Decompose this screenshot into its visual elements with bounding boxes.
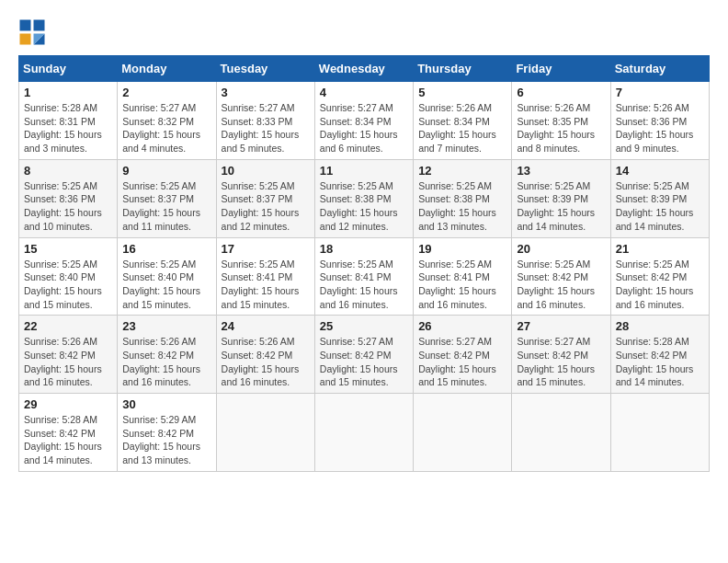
calendar-cell: 26 Sunrise: 5:27 AM Sunset: 8:42 PM Dayl…: [414, 316, 512, 394]
day-number: 2: [122, 86, 210, 99]
daylight-label: Daylight: 15 hours and 15 minutes.: [122, 285, 200, 310]
sunrise-label: Sunrise: 5:25 AM: [222, 259, 295, 270]
calendar-cell: [216, 394, 314, 472]
daylight-label: Daylight: 15 hours and 3 minutes.: [24, 129, 102, 154]
day-number: 15: [24, 242, 112, 256]
daylight-label: Daylight: 15 hours and 14 minutes.: [616, 363, 694, 388]
calendar-cell: 25 Sunrise: 5:27 AM Sunset: 8:42 PM Dayl…: [314, 316, 413, 394]
sunset-label: Sunset: 8:42 PM: [320, 350, 392, 361]
calendar-cell: 15 Sunrise: 5:25 AM Sunset: 8:40 PM Dayl…: [19, 237, 118, 316]
sunrise-label: Sunrise: 5:25 AM: [24, 259, 97, 270]
calendar-cell: 4 Sunrise: 5:27 AM Sunset: 8:34 PM Dayli…: [314, 82, 413, 160]
sunset-label: Sunset: 8:34 PM: [418, 116, 490, 127]
daylight-label: Daylight: 15 hours and 12 minutes.: [320, 207, 398, 232]
calendar-week-row: 15 Sunrise: 5:25 AM Sunset: 8:40 PM Dayl…: [19, 237, 710, 316]
calendar-cell: 10 Sunrise: 5:25 AM Sunset: 8:37 PM Dayl…: [216, 159, 314, 237]
day-number: 7: [616, 86, 704, 99]
day-info: Sunrise: 5:27 AM Sunset: 8:42 PM Dayligh…: [517, 335, 605, 389]
sunrise-label: Sunrise: 5:25 AM: [222, 180, 295, 191]
calendar-cell: 8 Sunrise: 5:25 AM Sunset: 8:36 PM Dayli…: [19, 159, 118, 237]
calendar-cell: 14 Sunrise: 5:25 AM Sunset: 8:39 PM Dayl…: [610, 159, 709, 237]
sunrise-label: Sunrise: 5:25 AM: [616, 259, 689, 270]
sunset-label: Sunset: 8:42 PM: [24, 350, 96, 361]
daylight-label: Daylight: 15 hours and 13 minutes.: [418, 207, 496, 232]
sunrise-label: Sunrise: 5:25 AM: [616, 180, 689, 191]
sunrise-label: Sunrise: 5:25 AM: [320, 180, 393, 191]
daylight-label: Daylight: 15 hours and 4 minutes.: [122, 129, 200, 154]
calendar-cell: 11 Sunrise: 5:25 AM Sunset: 8:38 PM Dayl…: [314, 159, 413, 237]
day-number: 4: [320, 86, 408, 99]
day-number: 5: [418, 86, 506, 99]
calendar-cell: 29 Sunrise: 5:28 AM Sunset: 8:42 PM Dayl…: [19, 394, 118, 472]
day-number: 1: [24, 86, 112, 99]
daylight-label: Daylight: 15 hours and 10 minutes.: [24, 207, 102, 232]
svg-rect-1: [34, 20, 45, 31]
sunrise-label: Sunrise: 5:25 AM: [517, 180, 590, 191]
calendar-cell: 19 Sunrise: 5:25 AM Sunset: 8:41 PM Dayl…: [414, 237, 512, 316]
sunset-label: Sunset: 8:42 PM: [616, 350, 688, 361]
sunset-label: Sunset: 8:42 PM: [122, 428, 194, 439]
calendar-cell: 2 Sunrise: 5:27 AM Sunset: 8:32 PM Dayli…: [118, 82, 216, 160]
day-number: 21: [616, 242, 704, 256]
calendar-week-row: 1 Sunrise: 5:28 AM Sunset: 8:31 PM Dayli…: [19, 82, 710, 160]
daylight-label: Daylight: 15 hours and 16 minutes.: [517, 285, 595, 310]
sunset-label: Sunset: 8:32 PM: [122, 116, 194, 127]
daylight-label: Daylight: 15 hours and 5 minutes.: [222, 129, 300, 154]
sunset-label: Sunset: 8:42 PM: [517, 350, 588, 361]
daylight-label: Daylight: 15 hours and 13 minutes.: [122, 441, 200, 465]
daylight-label: Daylight: 15 hours and 15 minutes.: [222, 285, 300, 310]
day-info: Sunrise: 5:25 AM Sunset: 8:42 PM Dayligh…: [616, 258, 704, 312]
header-tuesday: Tuesday: [216, 56, 314, 82]
daylight-label: Daylight: 15 hours and 15 minutes.: [517, 363, 595, 388]
sunset-label: Sunset: 8:39 PM: [616, 193, 688, 204]
daylight-label: Daylight: 15 hours and 14 minutes.: [616, 207, 694, 232]
daylight-label: Daylight: 15 hours and 15 minutes.: [418, 363, 496, 388]
daylight-label: Daylight: 15 hours and 15 minutes.: [320, 363, 398, 388]
calendar-cell: [610, 394, 709, 472]
calendar-cell: 7 Sunrise: 5:26 AM Sunset: 8:36 PM Dayli…: [610, 82, 709, 160]
sunset-label: Sunset: 8:37 PM: [122, 193, 194, 204]
daylight-label: Daylight: 15 hours and 16 minutes.: [24, 363, 102, 388]
sunrise-label: Sunrise: 5:28 AM: [616, 336, 689, 347]
daylight-label: Daylight: 15 hours and 11 minutes.: [122, 207, 200, 232]
sunset-label: Sunset: 8:41 PM: [320, 271, 392, 282]
calendar-cell: 30 Sunrise: 5:29 AM Sunset: 8:42 PM Dayl…: [118, 394, 216, 472]
day-number: 29: [24, 397, 112, 411]
sunset-label: Sunset: 8:42 PM: [24, 428, 96, 439]
calendar-week-row: 22 Sunrise: 5:26 AM Sunset: 8:42 PM Dayl…: [19, 316, 710, 394]
daylight-label: Daylight: 15 hours and 16 minutes.: [222, 363, 300, 388]
day-number: 27: [517, 319, 605, 333]
calendar-cell: 13 Sunrise: 5:25 AM Sunset: 8:39 PM Dayl…: [512, 159, 610, 237]
day-number: 24: [222, 319, 310, 333]
day-info: Sunrise: 5:28 AM Sunset: 8:42 PM Dayligh…: [24, 413, 112, 467]
sunrise-label: Sunrise: 5:28 AM: [24, 414, 97, 425]
day-number: 22: [24, 319, 112, 333]
calendar-cell: 17 Sunrise: 5:25 AM Sunset: 8:41 PM Dayl…: [216, 237, 314, 316]
calendar-cell: 6 Sunrise: 5:26 AM Sunset: 8:35 PM Dayli…: [512, 82, 610, 160]
sunset-label: Sunset: 8:42 PM: [122, 350, 194, 361]
daylight-label: Daylight: 15 hours and 16 minutes.: [616, 285, 694, 310]
day-info: Sunrise: 5:26 AM Sunset: 8:36 PM Dayligh…: [616, 101, 704, 155]
day-number: 8: [24, 164, 112, 178]
sunset-label: Sunset: 8:41 PM: [222, 271, 293, 282]
calendar-cell: 1 Sunrise: 5:28 AM Sunset: 8:31 PM Dayli…: [19, 82, 118, 160]
sunrise-label: Sunrise: 5:25 AM: [122, 180, 196, 191]
daylight-label: Daylight: 15 hours and 16 minutes.: [320, 285, 398, 310]
sunset-label: Sunset: 8:35 PM: [517, 116, 588, 127]
day-info: Sunrise: 5:26 AM Sunset: 8:42 PM Dayligh…: [222, 335, 310, 389]
sunset-label: Sunset: 8:33 PM: [222, 116, 293, 127]
logo: [18, 18, 48, 46]
day-number: 6: [517, 86, 605, 99]
day-info: Sunrise: 5:27 AM Sunset: 8:42 PM Dayligh…: [320, 335, 408, 389]
day-number: 11: [320, 164, 408, 178]
sunrise-label: Sunrise: 5:27 AM: [320, 336, 393, 347]
day-info: Sunrise: 5:25 AM Sunset: 8:39 PM Dayligh…: [616, 179, 704, 234]
day-info: Sunrise: 5:25 AM Sunset: 8:41 PM Dayligh…: [320, 258, 408, 312]
calendar-week-row: 29 Sunrise: 5:28 AM Sunset: 8:42 PM Dayl…: [19, 394, 710, 472]
day-number: 30: [122, 397, 210, 411]
day-info: Sunrise: 5:27 AM Sunset: 8:42 PM Dayligh…: [418, 335, 506, 389]
day-info: Sunrise: 5:29 AM Sunset: 8:42 PM Dayligh…: [122, 413, 210, 467]
sunset-label: Sunset: 8:42 PM: [418, 350, 490, 361]
calendar-cell: 28 Sunrise: 5:28 AM Sunset: 8:42 PM Dayl…: [610, 316, 709, 394]
calendar-cell: 16 Sunrise: 5:25 AM Sunset: 8:40 PM Dayl…: [118, 237, 216, 316]
